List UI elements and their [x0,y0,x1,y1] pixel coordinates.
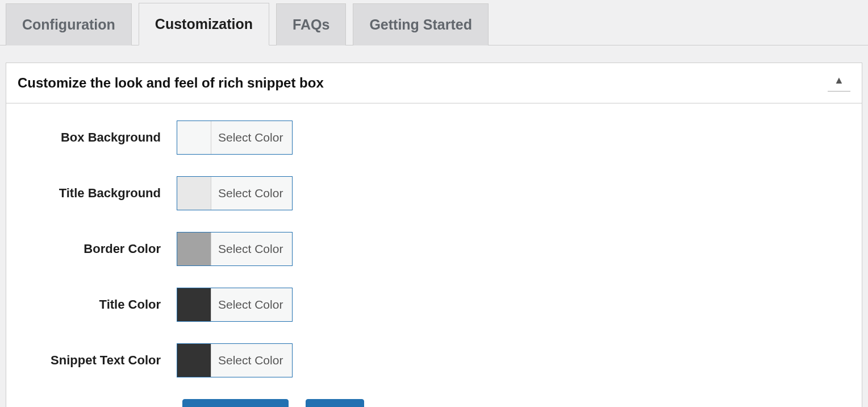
swatch-title-color [177,288,211,321]
swatch-snippet-text-color [177,344,211,377]
swatch-box-background [177,121,211,154]
panel-title: Customize the look and feel of rich snip… [18,75,324,91]
tab-bar: Configuration Customization FAQs Getting… [0,0,868,45]
tab-faqs[interactable]: FAQs [276,3,346,45]
swatch-border-color [177,232,211,265]
button-row: Update Colors Reset [18,399,850,407]
row-title-color: Title Color Select Color [18,288,850,322]
color-picker-border-color[interactable]: Select Color [177,232,293,266]
collapse-toggle[interactable]: ▲ [828,74,850,92]
color-picker-title-background[interactable]: Select Color [177,176,293,210]
customization-panel: Customize the look and feel of rich snip… [6,63,862,407]
color-picker-label: Select Color [211,232,292,265]
label-title-background: Title Background [18,186,177,201]
color-picker-snippet-text-color[interactable]: Select Color [177,343,293,377]
row-border-color: Border Color Select Color [18,232,850,266]
color-picker-label: Select Color [211,177,292,210]
color-picker-box-background[interactable]: Select Color [177,121,293,155]
color-picker-label: Select Color [211,288,292,321]
row-title-background: Title Background Select Color [18,176,850,210]
color-picker-title-color[interactable]: Select Color [177,288,293,322]
form-rows: Box Background Select Color Title Backgr… [6,103,862,407]
row-box-background: Box Background Select Color [18,121,850,155]
reset-button[interactable]: Reset [306,399,364,407]
panel-header: Customize the look and feel of rich snip… [6,63,862,103]
tab-customization[interactable]: Customization [139,3,269,45]
update-colors-button[interactable]: Update Colors [182,399,289,407]
tab-configuration[interactable]: Configuration [6,3,132,45]
swatch-title-background [177,177,211,210]
label-box-background: Box Background [18,130,177,145]
tab-getting-started[interactable]: Getting Started [353,3,489,45]
triangle-up-icon: ▲ [834,74,844,86]
label-title-color: Title Color [18,297,177,312]
color-picker-label: Select Color [211,121,292,154]
label-border-color: Border Color [18,242,177,256]
label-snippet-text-color: Snippet Text Color [18,353,177,368]
color-picker-label: Select Color [211,344,292,377]
row-snippet-text-color: Snippet Text Color Select Color [18,343,850,377]
